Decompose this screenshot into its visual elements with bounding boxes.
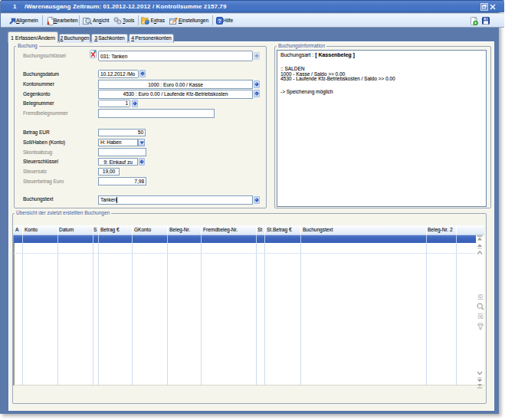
- svg-text:06: 06: [477, 314, 484, 320]
- svg-text:?: ?: [218, 18, 221, 25]
- svg-text:ID: ID: [477, 294, 483, 299]
